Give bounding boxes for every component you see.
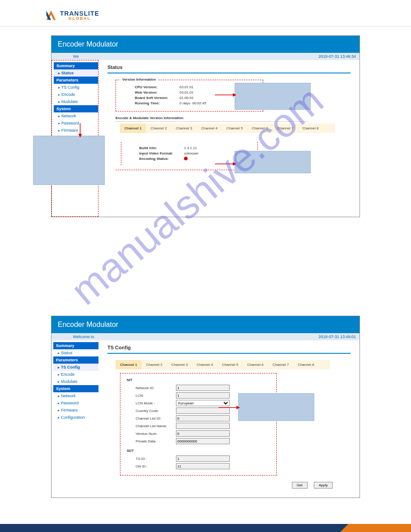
tab-ch1[interactable]: Channel 1 bbox=[120, 124, 146, 133]
tab-ch4[interactable]: Channel 4 bbox=[197, 124, 222, 133]
tab-ch6[interactable]: Channel 6 bbox=[247, 124, 272, 133]
network-id-label: Network ID: bbox=[127, 386, 176, 390]
page-title-1: Status bbox=[107, 64, 351, 70]
tab-ch8[interactable]: Channel 8 bbox=[298, 124, 323, 133]
country-label: Country Code: bbox=[127, 409, 176, 413]
nav-network[interactable]: Network bbox=[54, 112, 98, 120]
callout-box-mid bbox=[235, 151, 311, 173]
nav2-summary-h: Summary bbox=[53, 342, 98, 349]
app-title-2: Encoder Modulator bbox=[51, 316, 360, 333]
timestamp-2: 2018-07-31 13:49:01 bbox=[318, 335, 356, 339]
nav-summary-h: Summary bbox=[54, 62, 98, 69]
tab2-ch4[interactable]: Channel 4 bbox=[192, 360, 217, 369]
app-title-1: Encoder Modulator bbox=[51, 36, 360, 53]
arrow-1 bbox=[215, 92, 236, 98]
build-label: Build Info: bbox=[126, 146, 184, 150]
board-label: Board Soft Version: bbox=[121, 96, 180, 100]
tab2-ch8[interactable]: Channel 8 bbox=[293, 360, 318, 369]
nav-modulate[interactable]: Modulate bbox=[54, 98, 98, 105]
nav2-password[interactable]: Password bbox=[53, 399, 98, 407]
runtime-label: Running Time: bbox=[121, 101, 180, 105]
tab-ch7[interactable]: Channel 7 bbox=[273, 124, 298, 133]
svg-marker-3 bbox=[233, 162, 236, 166]
tab2-ch6[interactable]: Channel 6 bbox=[243, 360, 268, 369]
cpu-label: CPU Version: bbox=[121, 85, 180, 89]
nit-heading: NIT bbox=[127, 378, 270, 382]
nav2-encode[interactable]: Encode bbox=[53, 371, 98, 378]
logo: TRANSLITE GLOBAL bbox=[45, 9, 366, 21]
nav2-status[interactable]: Status bbox=[53, 349, 98, 356]
nav-encode[interactable]: Encode bbox=[54, 91, 98, 98]
welcome-text-1: We bbox=[73, 54, 79, 59]
build-val: 1.3.1.11 bbox=[184, 146, 253, 150]
tab2-ch3[interactable]: Channel 3 bbox=[167, 360, 192, 369]
screenshot-2-container: Encoder Modulator Welcome to 2018-07-31 … bbox=[51, 316, 360, 498]
arrow-4 bbox=[218, 404, 240, 411]
tab2-ch5[interactable]: Channel 5 bbox=[218, 360, 243, 369]
timestamp-1: 2018-07-31 13:46:34 bbox=[318, 54, 356, 59]
nav2-firmware[interactable]: Firmware bbox=[53, 407, 98, 414]
nav-parameters-h: Parameters bbox=[54, 77, 98, 84]
onid-label: ON ID : bbox=[127, 464, 176, 468]
lcn-label: LCN: bbox=[127, 394, 176, 398]
nav-status[interactable]: Status bbox=[54, 69, 98, 77]
nav2-modulate[interactable]: Modulate bbox=[53, 378, 98, 385]
nav-tsconfig[interactable]: TS Config bbox=[54, 84, 98, 91]
nav2-configuration[interactable]: Configuration bbox=[53, 414, 98, 421]
chlist-id-input[interactable] bbox=[176, 415, 230, 421]
nav-firmware[interactable]: Firmware bbox=[54, 127, 98, 134]
channel-tabs-2: Channel 1 Channel 2 Channel 3 Channel 4 … bbox=[116, 360, 330, 369]
onid-input[interactable] bbox=[176, 463, 230, 469]
tsid-input[interactable] bbox=[176, 455, 230, 462]
ivf-label: Input Video Format: bbox=[126, 151, 184, 155]
tab-ch2[interactable]: Channel 2 bbox=[146, 124, 171, 133]
tsconfig-form: NIT Network ID: LCN: LCN Mode :European … bbox=[120, 373, 277, 476]
welcome-text-2: Welcome to bbox=[73, 335, 94, 339]
nav-system-h: System bbox=[54, 105, 98, 112]
svg-marker-5 bbox=[78, 134, 82, 137]
tab2-ch1[interactable]: Channel 1 bbox=[116, 360, 141, 369]
doc-header: TRANSLITE GLOBAL bbox=[0, 0, 411, 26]
svg-marker-7 bbox=[236, 406, 240, 409]
tab-ch3[interactable]: Channel 3 bbox=[171, 124, 197, 133]
arrow-3 bbox=[77, 123, 83, 137]
lcn-input[interactable] bbox=[176, 392, 230, 399]
nav2-network[interactable]: Network bbox=[53, 392, 98, 399]
private-input[interactable] bbox=[176, 438, 230, 444]
version-legend: Version Information bbox=[120, 77, 158, 82]
nav2-parameters-h: Parameters bbox=[53, 356, 98, 364]
tab2-ch7[interactable]: Channel 7 bbox=[268, 360, 293, 369]
web-label: Web Version: bbox=[121, 90, 180, 94]
lcnmode-label: LCN Mode : bbox=[127, 401, 176, 405]
svg-marker-1 bbox=[233, 93, 236, 97]
chlist-name-label: Channel List Name: bbox=[127, 424, 176, 428]
modulate-section-head: Encode & Modulate Version Information bbox=[116, 116, 308, 122]
nav2-system-h: System bbox=[53, 385, 98, 392]
private-label: Private Data: bbox=[127, 439, 176, 443]
tab2-ch2[interactable]: Channel 2 bbox=[141, 360, 167, 369]
enc-label: Encoding Status: bbox=[126, 157, 184, 161]
chlist-name-input[interactable] bbox=[176, 423, 230, 429]
page-title-2: TS Config bbox=[107, 345, 351, 350]
get-button[interactable]: Get bbox=[292, 482, 308, 489]
arrow-2 bbox=[215, 161, 236, 167]
nav2-tsconfig[interactable]: TS Config bbox=[53, 364, 98, 371]
tsid-label: TS ID : bbox=[127, 457, 176, 461]
version-input[interactable] bbox=[176, 430, 230, 437]
version-label: Version Num: bbox=[127, 432, 176, 436]
callout-box-2 bbox=[238, 393, 314, 421]
nav-password[interactable]: Password bbox=[54, 120, 98, 127]
status-dot-icon bbox=[184, 157, 188, 160]
logo-main-text: TRANSLITE bbox=[60, 10, 99, 17]
channel-tabs-1: Channel 1 Channel 2 Channel 3 Channel 4 … bbox=[120, 124, 335, 133]
apply-button[interactable]: Apply bbox=[314, 482, 333, 489]
tab-ch5[interactable]: Channel 5 bbox=[222, 124, 247, 133]
sidebar-2: Summary Status Parameters TS Config Enco… bbox=[51, 340, 98, 498]
screenshot-1-container: Encoder Modulator We 2018-07-31 13:46:34… bbox=[51, 35, 360, 217]
callout-box-top bbox=[235, 83, 311, 110]
logo-sub-text: GLOBAL bbox=[60, 17, 99, 21]
logo-icon bbox=[45, 9, 57, 21]
sdt-heading: SDT bbox=[127, 449, 270, 453]
callout-box-left bbox=[33, 136, 105, 185]
network-id-input[interactable] bbox=[176, 385, 230, 391]
